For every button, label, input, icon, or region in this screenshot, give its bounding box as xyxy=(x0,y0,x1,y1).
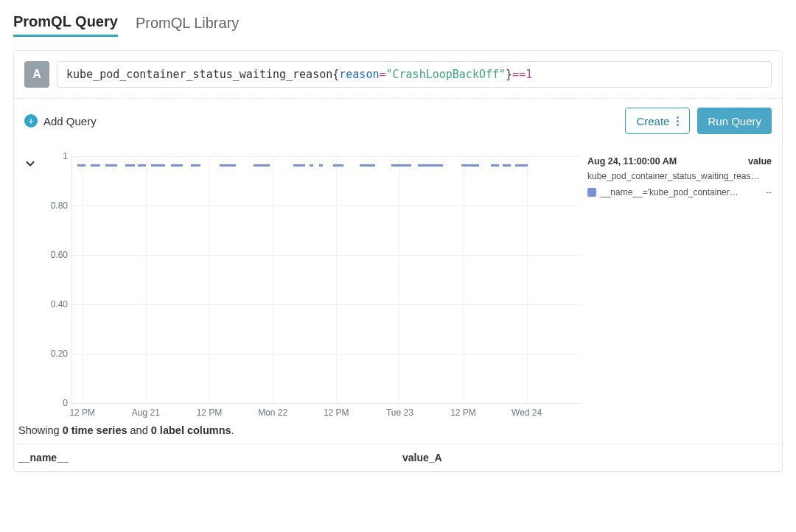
summary-suffix: . xyxy=(231,424,234,436)
x-tick-label: Mon 22 xyxy=(258,403,287,418)
y-tick-label: 1 xyxy=(63,151,72,161)
series-segment xyxy=(418,164,443,167)
y-tick-label: 0.60 xyxy=(51,250,72,260)
token-value: "CrashLoopBackOff" xyxy=(385,68,506,81)
y-gridline xyxy=(72,255,580,256)
plus-circle-icon: + xyxy=(24,114,38,127)
x-tick-label: 12 PM xyxy=(324,403,349,418)
create-label: Create xyxy=(636,115,669,127)
token-op: == xyxy=(512,68,526,81)
series-segment xyxy=(333,164,343,167)
legend-item[interactable]: __name__='kube_pod_container… -- xyxy=(587,187,772,197)
summary-ts: 0 time series xyxy=(63,424,128,436)
token-metric: kube_pod_container_status_waiting_reason xyxy=(66,68,332,81)
x-gridline xyxy=(83,156,83,403)
x-gridline xyxy=(464,156,464,403)
series-segment xyxy=(171,164,182,167)
x-tick-label: 12 PM xyxy=(69,403,95,418)
x-gridline xyxy=(146,156,147,403)
legend-timestamp: Aug 24, 11:00:00 AM xyxy=(587,156,677,167)
token-label: reason xyxy=(339,68,379,81)
x-tick-label: Tue 23 xyxy=(386,403,413,418)
y-gridline xyxy=(72,156,580,157)
results-table: __name__ value_A xyxy=(14,444,782,472)
legend-series-name: kube_pod_container_status_waiting_reas… xyxy=(587,171,772,181)
y-tick-label: 0.20 xyxy=(51,349,72,359)
run-query-button[interactable]: Run Query xyxy=(697,108,772,134)
series-segment xyxy=(77,164,85,167)
y-tick-label: 0.40 xyxy=(51,299,72,309)
chart-legend: Aug 24, 11:00:00 AM value kube_pod_conta… xyxy=(587,156,772,404)
table-header-row: __name__ value_A xyxy=(14,444,782,472)
series-segment xyxy=(125,164,135,167)
summary-lc: 0 label columns xyxy=(151,424,231,436)
series-segment xyxy=(310,164,313,167)
add-query-label: Add Query xyxy=(43,115,97,127)
kebab-icon xyxy=(677,116,679,126)
create-button[interactable]: Create xyxy=(625,108,690,134)
series-segment xyxy=(151,164,165,167)
tab-bar: PromQL Query PromQL Library xyxy=(13,13,783,37)
summary-prefix: Showing xyxy=(18,424,63,436)
series-segment xyxy=(503,164,511,167)
summary-mid: and xyxy=(128,424,151,436)
actions-row: + Add Query Create Run Query xyxy=(14,99,782,143)
series-segment xyxy=(360,164,375,167)
legend-item-label: __name__='kube_pod_container… xyxy=(601,187,761,197)
col-name[interactable]: __name__ xyxy=(14,444,398,472)
add-query-button[interactable]: + Add Query xyxy=(24,114,97,127)
legend-swatch xyxy=(587,188,596,197)
y-tick-label: 0.80 xyxy=(51,200,72,211)
query-row: A kube_pod_container_status_waiting_reas… xyxy=(14,51,782,99)
promql-input[interactable]: kube_pod_container_status_waiting_reason… xyxy=(57,61,772,88)
x-gridline xyxy=(209,156,210,403)
chart-plot[interactable]: 00.200.400.600.80112 PMAug 2112 PMMon 22… xyxy=(71,156,580,404)
token-num: 1 xyxy=(526,68,532,81)
token-rbrace: } xyxy=(506,68,512,81)
x-gridline xyxy=(336,156,337,403)
x-gridline xyxy=(399,156,400,403)
x-gridline xyxy=(273,156,273,403)
y-gridline xyxy=(72,354,580,354)
series-segment xyxy=(515,164,528,167)
query-panel: A kube_pod_container_status_waiting_reas… xyxy=(13,50,783,472)
series-segment xyxy=(91,164,100,167)
query-badge-a[interactable]: A xyxy=(24,61,49,88)
y-gridline xyxy=(72,206,580,206)
token-eq: = xyxy=(379,68,385,81)
chart-section: 00.200.400.600.80112 PMAug 2112 PMMon 22… xyxy=(14,143,782,404)
series-segment xyxy=(191,164,200,167)
collapse-toggle[interactable] xyxy=(24,156,39,404)
tab-promql-query[interactable]: PromQL Query xyxy=(13,13,118,37)
y-gridline xyxy=(72,304,580,305)
series-segment xyxy=(293,164,304,167)
series-segment xyxy=(391,164,411,167)
col-value-a[interactable]: value_A xyxy=(398,444,782,472)
series-segment xyxy=(138,164,146,167)
series-segment xyxy=(491,164,499,167)
series-segment xyxy=(105,164,116,167)
x-tick-label: 12 PM xyxy=(450,403,476,418)
series-segment xyxy=(220,164,236,167)
token-lbrace: { xyxy=(332,68,339,81)
x-tick-label: Wed 24 xyxy=(512,403,542,418)
tab-promql-library[interactable]: PromQL Library xyxy=(136,15,239,36)
x-tick-label: 12 PM xyxy=(197,403,223,418)
x-gridline xyxy=(527,156,528,403)
legend-value-header: value xyxy=(748,156,772,167)
chevron-down-icon xyxy=(24,158,36,169)
series-segment xyxy=(319,164,323,167)
chart-area: 00.200.400.600.80112 PMAug 2112 PMMon 22… xyxy=(46,156,580,404)
x-tick-label: Aug 21 xyxy=(132,403,160,418)
series-segment xyxy=(461,164,479,167)
series-segment xyxy=(254,164,270,167)
legend-item-value: -- xyxy=(766,187,772,197)
